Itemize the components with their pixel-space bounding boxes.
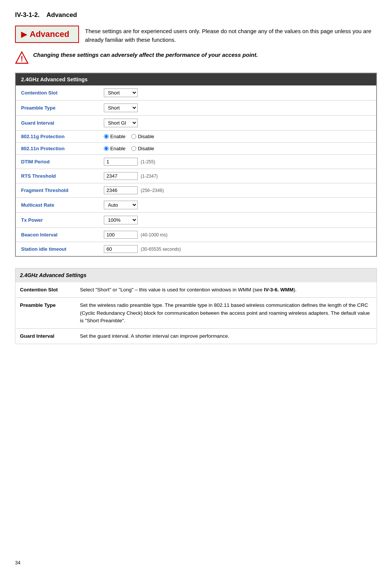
settings-row: Tx Power100%75%50%25% <box>16 213 376 228</box>
settings-row-value[interactable]: Auto125.511 <box>99 198 376 213</box>
section-number: IV-3-1-2. <box>15 11 40 18</box>
warning-box: ! Changing these settings can adversely … <box>15 51 377 64</box>
settings-row: Fragment Threshold(256–2346) <box>16 183 376 198</box>
radio-group: Enable Disable <box>104 146 371 151</box>
radio-input[interactable] <box>131 134 136 139</box>
warning-text: Changing these settings can adversely af… <box>33 51 258 59</box>
settings-row-label: Fragment Threshold <box>16 183 99 198</box>
radio-input[interactable] <box>104 134 109 139</box>
settings-row-value[interactable]: (30-65535 seconds) <box>99 242 376 256</box>
settings-row: Preamble TypeShortLong <box>16 101 376 116</box>
advanced-banner: ▶ Advanced These settings are for experi… <box>15 26 377 44</box>
settings-row: Guard IntervalShort GILong GI <box>16 116 376 131</box>
desc-term: Guard Interval <box>15 329 76 344</box>
advanced-badge: ▶ Advanced <box>15 26 79 43</box>
settings-row-value[interactable]: (1-2347) <box>99 169 376 183</box>
radio-input[interactable] <box>131 146 136 151</box>
settings-row: Contention SlotShortLong <box>16 85 376 101</box>
settings-row-label: Guard Interval <box>16 116 99 131</box>
desc-term: Preamble Type <box>15 298 76 329</box>
settings-row-value[interactable]: 100%75%50%25% <box>99 213 376 228</box>
desc-term: Contention Slot <box>15 282 76 298</box>
banner-description: These settings are for experienced users… <box>85 27 377 44</box>
settings-hint: (256–2346) <box>141 188 164 193</box>
settings-row-label: RTS Threshold <box>16 169 99 183</box>
settings-row-label: DTIM Period <box>16 155 99 169</box>
settings-row: 802.11g Protection Enable Disable <box>16 131 376 143</box>
desc-row: Preamble TypeSet the wireless radio prea… <box>15 298 377 329</box>
section-heading: IV-3-1-2. Advanced <box>15 11 377 19</box>
settings-row-value[interactable]: Enable Disable <box>99 143 376 155</box>
radio-input[interactable] <box>104 146 109 151</box>
settings-hint: (1-255) <box>141 159 155 165</box>
settings-row-label: Tx Power <box>16 213 99 228</box>
settings-row: RTS Threshold(1-2347) <box>16 169 376 183</box>
settings-input[interactable] <box>104 245 138 253</box>
settings-row-label: 802.11n Protection <box>16 143 99 155</box>
settings-row-value[interactable]: (256–2346) <box>99 183 376 198</box>
settings-row-value[interactable]: (1-255) <box>99 155 376 169</box>
settings-row: 802.11n Protection Enable Disable <box>16 143 376 155</box>
settings-row-value[interactable]: ShortLong <box>99 85 376 101</box>
settings-row: Station idle timeout(30-65535 seconds) <box>16 242 376 256</box>
radio-label[interactable]: Enable <box>104 146 125 151</box>
settings-table: Contention SlotShortLongPreamble TypeSho… <box>16 85 376 256</box>
badge-label: Advanced <box>30 29 69 39</box>
desc-definition: Set the guard interval. A shorter interv… <box>76 329 377 344</box>
warning-icon: ! <box>15 51 29 64</box>
settings-select[interactable]: 100%75%50%25% <box>104 216 138 224</box>
settings-input[interactable] <box>104 172 138 180</box>
settings-row: Beacon Interval(40-1000 ms) <box>16 228 376 242</box>
settings-row-label: Preamble Type <box>16 101 99 116</box>
settings-input[interactable] <box>104 186 138 194</box>
radio-label[interactable]: Enable <box>104 134 125 139</box>
desc-definition: Set the wireless radio preamble type. Th… <box>76 298 377 329</box>
settings-select[interactable]: Auto125.511 <box>104 201 138 209</box>
settings-row-label: Station idle timeout <box>16 242 99 256</box>
radio-label[interactable]: Disable <box>131 134 154 139</box>
radio-label[interactable]: Disable <box>131 146 154 151</box>
badge-arrow: ▶ <box>21 30 27 39</box>
cross-ref-link: IV-3-6. WMM <box>264 287 293 293</box>
settings-row-label: Contention Slot <box>16 85 99 101</box>
svg-text:!: ! <box>21 55 23 63</box>
settings-panel-header: 2.4GHz Advanced Settings <box>16 73 376 85</box>
settings-input[interactable] <box>104 231 138 239</box>
description-table: 2.4GHz Advanced Settings Contention Slot… <box>15 268 377 344</box>
settings-row-label: Beacon Interval <box>16 228 99 242</box>
settings-row-label: 802.11g Protection <box>16 131 99 143</box>
settings-panel: 2.4GHz Advanced Settings Contention Slot… <box>15 73 377 257</box>
desc-row: Contention SlotSelect "Short" or "Long" … <box>15 282 377 298</box>
settings-row: Multicast RateAuto125.511 <box>16 198 376 213</box>
settings-select[interactable]: ShortLong <box>104 88 138 97</box>
settings-input[interactable] <box>104 158 138 166</box>
settings-row-value[interactable]: ShortLong <box>99 101 376 116</box>
settings-row-value[interactable]: (40-1000 ms) <box>99 228 376 242</box>
settings-hint: (30-65535 seconds) <box>141 247 181 252</box>
settings-select[interactable]: ShortLong <box>104 104 138 112</box>
desc-row: Guard IntervalSet the guard interval. A … <box>15 329 377 344</box>
settings-row-value[interactable]: Short GILong GI <box>99 116 376 131</box>
settings-hint: (40-1000 ms) <box>141 232 167 238</box>
page-number: 34 <box>15 560 20 565</box>
settings-row-value[interactable]: Enable Disable <box>99 131 376 143</box>
desc-definition: Select "Short" or "Long" – this value is… <box>76 282 377 298</box>
settings-row: DTIM Period(1-255) <box>16 155 376 169</box>
section-title: Advanced <box>46 11 77 18</box>
settings-row-label: Multicast Rate <box>16 198 99 213</box>
desc-table-header: 2.4GHz Advanced Settings <box>15 268 377 283</box>
radio-group: Enable Disable <box>104 134 371 139</box>
settings-hint: (1-2347) <box>141 174 158 179</box>
settings-select[interactable]: Short GILong GI <box>104 119 138 127</box>
